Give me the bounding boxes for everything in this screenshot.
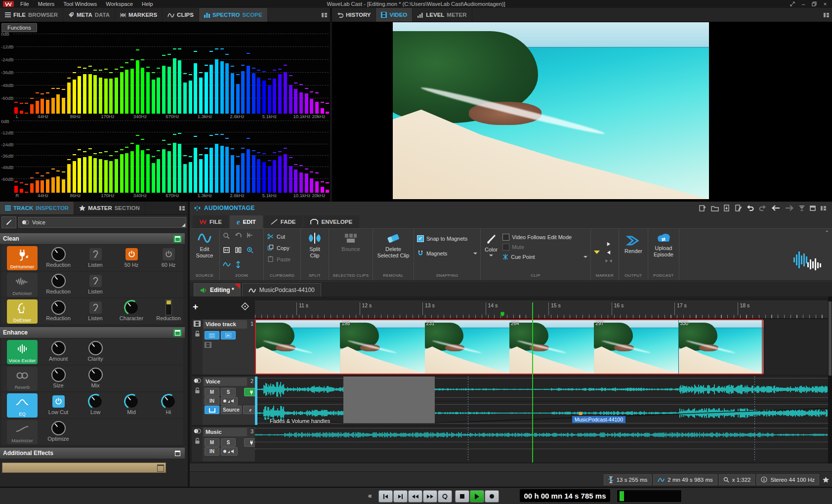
left-tab-metadata[interactable]: METADATA <box>63 8 115 22</box>
zoom-undo-icon[interactable] <box>235 232 242 244</box>
ear-icon[interactable] <box>89 301 102 314</box>
delete-selected-clip-button[interactable]: DeleteSelected Clip <box>376 231 411 273</box>
montage-tab-editing[interactable]: Editing * <box>194 283 241 296</box>
knob-icon[interactable] <box>125 394 139 409</box>
voice-exciter-button[interactable]: Voice Exciter <box>7 340 38 364</box>
open-folder-icon[interactable] <box>711 205 719 211</box>
status-zoom[interactable]: x 1:322 <box>719 474 755 485</box>
paste-button[interactable]: Paste <box>267 254 297 264</box>
zoom-time-icon[interactable] <box>247 247 254 258</box>
knob-icon[interactable] <box>88 368 103 382</box>
menu-file[interactable]: File <box>16 1 34 7</box>
track-name[interactable]: Voice <box>204 378 247 386</box>
reverb-button[interactable]: Reverb <box>7 367 38 391</box>
video-thumbnail[interactable]: 198 <box>339 320 424 374</box>
music-track-content[interactable] <box>255 427 828 462</box>
panel-options-icon[interactable] <box>824 13 829 17</box>
record-button[interactable] <box>485 490 499 503</box>
mute-button[interactable]: M <box>205 388 219 396</box>
video-thumbnail[interactable]: 330 <box>678 320 763 374</box>
knob-icon[interactable] <box>88 394 103 409</box>
knob-reduction[interactable]: Reduction <box>39 273 78 294</box>
input-button[interactable]: IN <box>205 397 219 405</box>
eq-button[interactable]: EQ <box>7 393 38 418</box>
add-track-button[interactable]: + <box>193 301 198 312</box>
resize-icon[interactable] <box>788 0 797 7</box>
vertical-scrollbar[interactable] <box>828 296 832 463</box>
monitor-icons[interactable] <box>221 397 238 405</box>
zoom-left-edge-icon[interactable] <box>247 232 253 244</box>
knob-icon[interactable] <box>51 274 66 288</box>
thumbnail-mode-icon[interactable] <box>205 331 219 339</box>
knob-optimize[interactable]: Optimize <box>39 420 78 442</box>
loop-button[interactable] <box>438 490 452 503</box>
zoom-selection-icon[interactable] <box>223 232 230 244</box>
ribbon-collapse-icon[interactable]: ⌃ <box>825 230 829 235</box>
knob-icon[interactable] <box>51 300 66 315</box>
lock-icon[interactable] <box>195 438 200 444</box>
knobarc-low[interactable]: Low <box>76 394 115 415</box>
panel-options-icon[interactable] <box>322 13 327 17</box>
knobarc-hi[interactable]: Hi <box>149 394 185 415</box>
source-button[interactable]: Source <box>221 406 242 414</box>
right-tab-history[interactable]: HISTORY <box>332 8 376 22</box>
monitor-icons[interactable] <box>221 447 238 456</box>
marker-left-button[interactable] <box>607 251 610 254</box>
rewind-button[interactable] <box>408 490 422 503</box>
knob-icon[interactable] <box>162 394 176 409</box>
nav-forward-icon[interactable] <box>785 205 794 211</box>
solo-button[interactable]: S <box>221 438 236 447</box>
bounce-button[interactable]: Bounce <box>340 231 361 273</box>
zoom-columns-icon[interactable] <box>235 247 242 258</box>
lock-icon[interactable] <box>195 331 200 337</box>
montage-tab-musicpodcast[interactable]: MusicPodcast-44100 <box>242 283 321 296</box>
powerblue-low-cut[interactable]: Low Cut <box>39 394 78 415</box>
brush-icon[interactable] <box>1 216 16 228</box>
mute-checkbox[interactable]: Mute <box>502 243 587 251</box>
knobarc-character[interactable]: Character <box>112 300 151 321</box>
listen-listen[interactable]: Listen <box>76 247 115 268</box>
undo-icon[interactable] <box>747 205 754 211</box>
edit-file-icon[interactable] <box>735 205 742 211</box>
denoiser-button[interactable]: DeNoiser <box>7 273 38 297</box>
ribbon-tab-envelope[interactable]: ENVELOPE <box>303 215 359 228</box>
left-tab-markers[interactable]: MARKERS <box>115 8 163 22</box>
new-montage-icon[interactable] <box>699 205 706 211</box>
section-header-clean[interactable]: Clean <box>0 233 185 244</box>
lock-icon[interactable] <box>195 387 200 394</box>
render-button[interactable]: Render <box>624 234 643 273</box>
maximize-panel-icon[interactable] <box>810 206 816 211</box>
insert-marker-button[interactable] <box>607 242 610 246</box>
bypass-icon[interactable] <box>173 235 182 243</box>
close-button[interactable]: × <box>820 0 830 7</box>
inspector-tab-track[interactable]: TRACKINSPECTOR <box>0 202 74 214</box>
listen-listen[interactable]: Listen <box>76 273 115 294</box>
envelope-button[interactable] <box>205 406 219 414</box>
knob-icon[interactable] <box>125 300 139 315</box>
film-play-icon[interactable] <box>205 342 211 348</box>
track-name[interactable]: Video track <box>204 320 247 329</box>
maximizer-button[interactable]: Maximizer <box>7 420 38 444</box>
left-tab-clips[interactable]: CLIPS <box>163 8 199 22</box>
magnets-dropdown[interactable]: Magnets <box>417 248 477 258</box>
right-tab-levelmeter[interactable]: LEVELMETER <box>413 8 472 22</box>
section-header-enhance[interactable]: Enhance <box>0 327 185 338</box>
cut-button[interactable]: Cut <box>267 231 297 242</box>
power-50-hz[interactable]: 50 Hz <box>112 247 151 268</box>
import-file-icon[interactable] <box>724 205 730 211</box>
solo-button[interactable]: S <box>221 388 236 396</box>
ribbon-tab-edit[interactable]: eEDIT <box>230 215 263 228</box>
deesser-button[interactable]: DeEsser <box>7 299 38 324</box>
knobarc-mid[interactable]: Mid <box>112 394 151 415</box>
playhead-cursor[interactable] <box>532 302 533 462</box>
edit-source-button[interactable]: EditSource <box>195 231 214 273</box>
stop-button[interactable] <box>455 490 469 503</box>
input-button[interactable]: IN <box>205 447 219 456</box>
left-tab-filebrowser[interactable]: FILEBROWSER <box>0 8 63 22</box>
ear-icon[interactable] <box>89 248 102 260</box>
power-icon[interactable] <box>52 395 65 408</box>
zoom-fit-icon[interactable] <box>223 247 230 258</box>
status-edit-cursor[interactable]: 13 s 255 ms <box>604 474 652 485</box>
knob-icon[interactable] <box>51 421 66 435</box>
video-thumbnail[interactable]: 231 <box>424 320 509 374</box>
